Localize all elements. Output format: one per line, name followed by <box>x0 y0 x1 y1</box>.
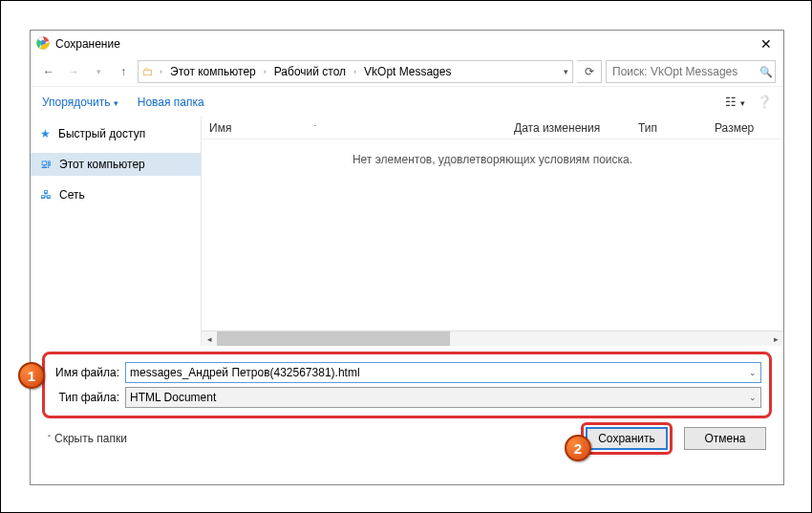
filename-label: Имя файла: <box>53 366 119 379</box>
toolbar: Упорядочить ▾ Новая папка ☷ ▾ ❔ <box>31 86 783 117</box>
annotation-badge-1: 1 <box>18 362 45 389</box>
network-icon: 🖧 <box>40 188 52 202</box>
refresh-icon[interactable]: ⟳ <box>577 60 602 83</box>
scroll-left-icon[interactable]: ◂ <box>202 331 217 346</box>
column-name[interactable]: Имяˆ <box>202 121 506 135</box>
search-input[interactable] <box>612 65 756 78</box>
chevron-right-icon: › <box>158 67 164 76</box>
chevron-right-icon: › <box>262 67 268 76</box>
annotation-badge-2: 2 <box>565 435 591 461</box>
filetype-row: Тип файла: HTML Document ⌄ <box>53 385 761 410</box>
breadcrumb[interactable]: Этот компьютер <box>168 65 258 78</box>
view-options-icon[interactable]: ☷ ▾ <box>725 95 745 109</box>
chevron-down-icon: ▾ <box>114 98 118 108</box>
star-icon: ★ <box>40 127 51 140</box>
breadcrumb[interactable]: Рабочий стол <box>272 65 348 78</box>
column-headers: Имяˆ Дата изменения Тип Размер <box>202 117 783 139</box>
up-icon[interactable]: ↑ <box>113 61 134 82</box>
column-date[interactable]: Дата изменения <box>506 121 630 135</box>
file-list: Имяˆ Дата изменения Тип Размер Нет элеме… <box>201 117 783 346</box>
save-button-highlight: Сохранить <box>581 422 673 455</box>
sidebar-item-quick-access[interactable]: ★ Быстрый доступ <box>31 122 201 145</box>
filename-input-wrap[interactable]: ⌄ <box>125 362 761 383</box>
breadcrumb[interactable]: VkOpt Messages <box>362 65 453 78</box>
back-icon[interactable]: ← <box>38 61 59 82</box>
folder-icon: 🗀 <box>142 65 154 78</box>
sidebar-item-network[interactable]: 🖧 Сеть <box>31 183 201 206</box>
dialog-body: ★ Быстрый доступ 🖳 Этот компьютер 🖧 Сеть… <box>31 117 783 346</box>
save-button[interactable]: Сохранить <box>586 427 668 450</box>
save-dialog: Сохранение ✕ ← → ▾ ↑ 🗀 › Этот компьютер … <box>30 30 784 485</box>
filename-row: Имя файла: ⌄ <box>53 360 761 385</box>
bottom-bar: ˆ Скрыть папки Сохранить Отмена <box>31 418 783 459</box>
sort-indicator-icon: ˆ <box>313 123 316 132</box>
filetype-label: Тип файла: <box>53 391 119 404</box>
scrollbar-thumb[interactable] <box>217 331 450 346</box>
recent-dropdown-icon[interactable]: ▾ <box>88 61 109 82</box>
search-box[interactable]: 🔍 <box>606 60 776 83</box>
chevron-down-icon[interactable]: ⌄ <box>749 393 757 402</box>
navbar: ← → ▾ ↑ 🗀 › Этот компьютер › Рабочий сто… <box>31 57 783 86</box>
column-type[interactable]: Тип <box>630 121 707 135</box>
sidebar: ★ Быстрый доступ 🖳 Этот компьютер 🖧 Сеть <box>31 117 201 346</box>
chevron-down-icon[interactable]: ⌄ <box>749 368 757 377</box>
chevron-right-icon: › <box>352 67 358 76</box>
filetype-select[interactable]: HTML Document ⌄ <box>125 387 761 408</box>
empty-message: Нет элементов, удовлетворяющих условиям … <box>202 139 783 180</box>
horizontal-scrollbar[interactable]: ◂ ▸ <box>202 331 783 346</box>
sidebar-item-label: Этот компьютер <box>59 158 145 171</box>
hide-folders-toggle[interactable]: ˆ Скрыть папки <box>48 432 127 445</box>
titlebar: Сохранение ✕ <box>31 31 783 57</box>
address-dropdown-icon[interactable]: ▾ <box>564 67 568 76</box>
filename-section-highlight: Имя файла: ⌄ Тип файла: HTML Document ⌄ <box>42 352 772 418</box>
hide-folders-label: Скрыть папки <box>54 432 127 445</box>
cancel-button[interactable]: Отмена <box>684 427 766 450</box>
window-title: Сохранение <box>55 37 120 51</box>
caret-up-icon: ˆ <box>48 434 51 443</box>
column-size[interactable]: Размер <box>707 121 783 135</box>
new-folder-button[interactable]: Новая папка <box>138 96 204 109</box>
pc-icon: 🖳 <box>40 158 52 171</box>
chrome-icon <box>36 36 50 53</box>
filename-input[interactable] <box>130 366 749 379</box>
sidebar-item-this-pc[interactable]: 🖳 Этот компьютер <box>31 153 201 176</box>
close-icon[interactable]: ✕ <box>755 36 778 52</box>
sidebar-item-label: Быстрый доступ <box>58 127 145 140</box>
search-icon: 🔍 <box>759 66 773 78</box>
scroll-right-icon[interactable]: ▸ <box>768 331 783 346</box>
help-icon[interactable]: ❔ <box>757 95 772 109</box>
forward-icon[interactable]: → <box>63 61 84 82</box>
organize-menu[interactable]: Упорядочить ▾ <box>42 96 118 109</box>
sidebar-item-label: Сеть <box>59 188 85 202</box>
address-bar[interactable]: 🗀 › Этот компьютер › Рабочий стол › VkOp… <box>138 60 573 83</box>
filetype-value: HTML Document <box>130 391 749 404</box>
